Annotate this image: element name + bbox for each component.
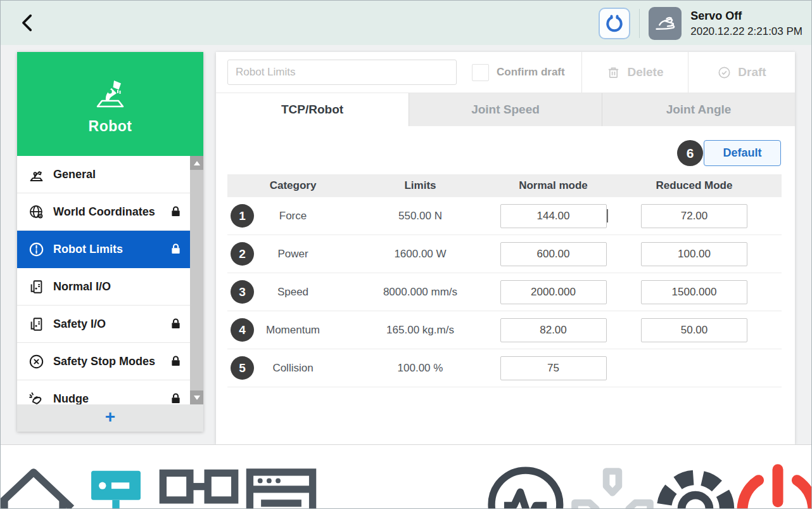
panel-toolbar: Confirm draft Delete Draft xyxy=(216,52,795,93)
limits-tabs: TCP/Robot Joint Speed Joint Angle xyxy=(216,93,795,126)
sidebar-item-label: Safety Stop Modes xyxy=(53,355,161,368)
bottom-navigation: Home Workcell Manager Task Builder Task … xyxy=(1,444,812,509)
stop-circle-icon xyxy=(28,353,45,370)
robot-mode-button[interactable] xyxy=(599,8,630,39)
manual-mode-indicator xyxy=(649,7,682,40)
table-row-collision: 5 Collision 100.00 % xyxy=(227,349,782,387)
back-button[interactable] xyxy=(13,8,42,37)
sidebar-item-normal-i-o[interactable]: Normal I/O xyxy=(17,268,190,306)
column-header-normal-mode: Normal mode xyxy=(482,179,625,192)
sidebar-item-label: World Coordinates xyxy=(53,205,161,219)
limit-value: 550.00 N xyxy=(398,210,442,222)
nudge-hand-icon xyxy=(28,390,45,405)
add-workcell-item-button[interactable]: + xyxy=(17,404,203,432)
table-header-row: Category Limits Normal mode Reduced Mode xyxy=(227,174,782,197)
normal-mode-input[interactable] xyxy=(500,280,607,304)
text-caret xyxy=(607,209,608,222)
sidebar-menu: General World Coordinates Robot Limits N… xyxy=(17,156,190,404)
name-input[interactable] xyxy=(227,60,457,85)
sidebar-title: Robot xyxy=(89,118,132,135)
lock-icon xyxy=(169,242,182,257)
lock-icon xyxy=(169,392,182,405)
delete-label: Delete xyxy=(627,65,663,79)
column-header-category: Category xyxy=(227,179,358,192)
sidebar-header: Robot xyxy=(17,52,203,156)
category-label: Speed xyxy=(277,286,308,299)
table-row-momentum: 4 Momentum 165.00 kg.m/s xyxy=(227,311,782,349)
plus-icon: + xyxy=(105,408,115,426)
triangle-up-icon xyxy=(194,161,200,165)
reduced-mode-input[interactable] xyxy=(641,242,747,266)
sidebar-scrollbar[interactable] xyxy=(190,156,203,404)
manual-hand-icon xyxy=(653,11,677,35)
limit-value: 8000.000 mm/s xyxy=(383,286,457,299)
annotation-badge: 3 xyxy=(231,280,254,304)
sidebar-item-label: Safety I/O xyxy=(53,318,161,331)
check-circle-icon xyxy=(717,65,732,80)
limits-table: Category Limits Normal mode Reduced Mode… xyxy=(227,174,782,387)
limits-circle-icon xyxy=(28,241,45,258)
tab-label: Joint Angle xyxy=(666,103,732,117)
default-button[interactable]: Default xyxy=(704,140,781,166)
category-label: Momentum xyxy=(266,324,320,337)
reduced-mode-input[interactable] xyxy=(641,280,747,304)
io-port-icon xyxy=(28,316,45,333)
confirm-draft-control[interactable]: Confirm draft xyxy=(472,52,565,93)
topbar-divider xyxy=(639,9,640,38)
tab-label: Joint Speed xyxy=(471,103,540,117)
back-chevron-icon xyxy=(17,12,39,34)
annotation-badge: 5 xyxy=(231,356,254,380)
annotation-badge-6: 6 xyxy=(677,140,703,166)
sidebar-item-label: Robot Limits xyxy=(53,243,161,256)
servo-status: Servo Off xyxy=(690,9,802,23)
trash-icon xyxy=(606,65,621,80)
draft-label: Draft xyxy=(738,65,766,79)
category-label: Power xyxy=(277,248,308,261)
sidebar-item-world-coordinates[interactable]: World Coordinates xyxy=(17,193,190,231)
lock-icon xyxy=(169,354,182,369)
power-icon xyxy=(724,455,812,509)
annotation-badge: 4 xyxy=(231,318,254,342)
table-row-speed: 3 Speed 8000.000 mm/s xyxy=(227,273,782,311)
normal-mode-input[interactable] xyxy=(500,356,607,380)
tab-tcp-robot[interactable]: TCP/Robot xyxy=(216,93,409,126)
sidebar-item-label: Nudge xyxy=(53,392,161,405)
gripper-icon xyxy=(604,13,625,34)
normal-mode-input[interactable] xyxy=(500,204,607,228)
annotation-badge: 2 xyxy=(231,242,254,266)
table-row-power: 2 Power 1600.00 W xyxy=(227,235,782,273)
sidebar-item-safety-stop-modes[interactable]: Safety Stop Modes xyxy=(17,343,190,380)
tab-joint-speed[interactable]: Joint Speed xyxy=(409,93,602,126)
scroll-down-button[interactable] xyxy=(190,390,203,404)
sidebar-item-general[interactable]: General xyxy=(17,156,190,193)
confirm-draft-checkbox[interactable] xyxy=(472,64,489,81)
scroll-up-button[interactable] xyxy=(190,156,203,170)
robot-arm-large-icon xyxy=(90,74,130,112)
category-label: Collision xyxy=(272,362,313,375)
sidebar-item-robot-limits[interactable]: Robot Limits xyxy=(17,231,190,268)
sidebar-item-label: General xyxy=(53,168,161,181)
normal-mode-input[interactable] xyxy=(500,242,607,266)
delete-button[interactable]: Delete xyxy=(582,52,688,93)
task-writer-icon xyxy=(227,455,335,509)
nav-item-power[interactable]: Power xyxy=(724,455,812,509)
sidebar-item-safety-i-o[interactable]: Safety I/O xyxy=(17,306,190,343)
draft-button[interactable]: Draft xyxy=(688,52,795,93)
nav-item-task-writer[interactable]: Task Writer xyxy=(227,455,335,509)
lock-icon xyxy=(169,317,182,332)
table-body: 1 Force 550.00 N 2 Power 1600.00 W 3 Spe… xyxy=(227,197,782,387)
reduced-mode-input[interactable] xyxy=(641,318,747,342)
reduced-mode-input[interactable] xyxy=(641,204,747,228)
sidebar-item-nudge[interactable]: Nudge xyxy=(17,380,190,404)
tab-label: TCP/Robot xyxy=(281,103,343,117)
limit-value: 165.00 kg.m/s xyxy=(386,324,454,337)
robot-limits-panel: Confirm draft Delete Draft TCP/Robot Joi… xyxy=(216,52,795,444)
workcell-sidebar: Robot General World Coordinates Robot Li… xyxy=(17,52,203,432)
column-header-reduced-mode: Reduced Mode xyxy=(625,179,782,192)
servo-info: Servo Off 2020.12.22 2:21:03 PM xyxy=(690,9,802,38)
tab-joint-angle[interactable]: Joint Angle xyxy=(602,93,795,126)
globe-icon xyxy=(28,203,45,221)
tcp-robot-tab-content: 6 Default Category Limits Normal mode Re… xyxy=(216,126,795,445)
robot-arm-icon xyxy=(28,166,45,183)
normal-mode-input[interactable] xyxy=(500,318,607,342)
